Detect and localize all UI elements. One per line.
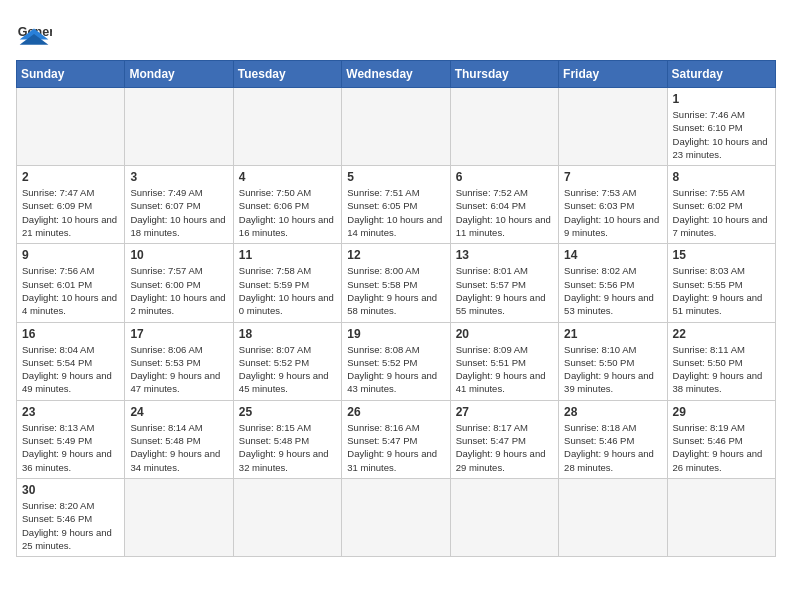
day-info: Sunrise: 8:08 AM Sunset: 5:52 PM Dayligh… xyxy=(347,343,444,396)
day-number: 21 xyxy=(564,327,661,341)
day-number: 12 xyxy=(347,248,444,262)
day-cell-23: 23Sunrise: 8:13 AM Sunset: 5:49 PM Dayli… xyxy=(17,400,125,478)
day-number: 16 xyxy=(22,327,119,341)
day-cell-19: 19Sunrise: 8:08 AM Sunset: 5:52 PM Dayli… xyxy=(342,322,450,400)
calendar-row: 1Sunrise: 7:46 AM Sunset: 6:10 PM Daylig… xyxy=(17,88,776,166)
logo-icon: General xyxy=(16,16,52,52)
empty-day xyxy=(233,88,341,166)
day-number: 1 xyxy=(673,92,770,106)
day-number: 6 xyxy=(456,170,553,184)
day-cell-12: 12Sunrise: 8:00 AM Sunset: 5:58 PM Dayli… xyxy=(342,244,450,322)
day-number: 24 xyxy=(130,405,227,419)
day-cell-2: 2Sunrise: 7:47 AM Sunset: 6:09 PM Daylig… xyxy=(17,166,125,244)
day-number: 4 xyxy=(239,170,336,184)
day-info: Sunrise: 8:03 AM Sunset: 5:55 PM Dayligh… xyxy=(673,264,770,317)
page-header: General xyxy=(16,16,776,52)
day-number: 15 xyxy=(673,248,770,262)
day-info: Sunrise: 8:20 AM Sunset: 5:46 PM Dayligh… xyxy=(22,499,119,552)
day-cell-3: 3Sunrise: 7:49 AM Sunset: 6:07 PM Daylig… xyxy=(125,166,233,244)
weekday-header-friday: Friday xyxy=(559,61,667,88)
day-info: Sunrise: 8:07 AM Sunset: 5:52 PM Dayligh… xyxy=(239,343,336,396)
day-cell-20: 20Sunrise: 8:09 AM Sunset: 5:51 PM Dayli… xyxy=(450,322,558,400)
day-cell-21: 21Sunrise: 8:10 AM Sunset: 5:50 PM Dayli… xyxy=(559,322,667,400)
empty-day xyxy=(559,478,667,556)
day-info: Sunrise: 8:13 AM Sunset: 5:49 PM Dayligh… xyxy=(22,421,119,474)
day-cell-26: 26Sunrise: 8:16 AM Sunset: 5:47 PM Dayli… xyxy=(342,400,450,478)
logo: General xyxy=(16,16,56,52)
day-number: 14 xyxy=(564,248,661,262)
day-cell-7: 7Sunrise: 7:53 AM Sunset: 6:03 PM Daylig… xyxy=(559,166,667,244)
day-info: Sunrise: 7:52 AM Sunset: 6:04 PM Dayligh… xyxy=(456,186,553,239)
day-cell-27: 27Sunrise: 8:17 AM Sunset: 5:47 PM Dayli… xyxy=(450,400,558,478)
day-info: Sunrise: 7:53 AM Sunset: 6:03 PM Dayligh… xyxy=(564,186,661,239)
empty-day xyxy=(667,478,775,556)
weekday-header-wednesday: Wednesday xyxy=(342,61,450,88)
day-info: Sunrise: 7:58 AM Sunset: 5:59 PM Dayligh… xyxy=(239,264,336,317)
day-number: 11 xyxy=(239,248,336,262)
day-number: 28 xyxy=(564,405,661,419)
weekday-header-row: SundayMondayTuesdayWednesdayThursdayFrid… xyxy=(17,61,776,88)
empty-day xyxy=(17,88,125,166)
weekday-header-saturday: Saturday xyxy=(667,61,775,88)
day-number: 29 xyxy=(673,405,770,419)
empty-day xyxy=(450,478,558,556)
day-number: 10 xyxy=(130,248,227,262)
day-number: 3 xyxy=(130,170,227,184)
day-info: Sunrise: 8:02 AM Sunset: 5:56 PM Dayligh… xyxy=(564,264,661,317)
day-number: 20 xyxy=(456,327,553,341)
calendar-row: 2Sunrise: 7:47 AM Sunset: 6:09 PM Daylig… xyxy=(17,166,776,244)
empty-day xyxy=(125,478,233,556)
day-info: Sunrise: 7:47 AM Sunset: 6:09 PM Dayligh… xyxy=(22,186,119,239)
day-cell-10: 10Sunrise: 7:57 AM Sunset: 6:00 PM Dayli… xyxy=(125,244,233,322)
weekday-header-tuesday: Tuesday xyxy=(233,61,341,88)
day-info: Sunrise: 7:56 AM Sunset: 6:01 PM Dayligh… xyxy=(22,264,119,317)
day-cell-15: 15Sunrise: 8:03 AM Sunset: 5:55 PM Dayli… xyxy=(667,244,775,322)
day-number: 30 xyxy=(22,483,119,497)
empty-day xyxy=(125,88,233,166)
day-number: 19 xyxy=(347,327,444,341)
calendar-row: 30Sunrise: 8:20 AM Sunset: 5:46 PM Dayli… xyxy=(17,478,776,556)
empty-day xyxy=(559,88,667,166)
day-cell-25: 25Sunrise: 8:15 AM Sunset: 5:48 PM Dayli… xyxy=(233,400,341,478)
day-number: 8 xyxy=(673,170,770,184)
calendar-row: 16Sunrise: 8:04 AM Sunset: 5:54 PM Dayli… xyxy=(17,322,776,400)
weekday-header-sunday: Sunday xyxy=(17,61,125,88)
calendar-row: 9Sunrise: 7:56 AM Sunset: 6:01 PM Daylig… xyxy=(17,244,776,322)
day-cell-28: 28Sunrise: 8:18 AM Sunset: 5:46 PM Dayli… xyxy=(559,400,667,478)
empty-day xyxy=(450,88,558,166)
day-info: Sunrise: 8:01 AM Sunset: 5:57 PM Dayligh… xyxy=(456,264,553,317)
day-info: Sunrise: 7:49 AM Sunset: 6:07 PM Dayligh… xyxy=(130,186,227,239)
day-number: 26 xyxy=(347,405,444,419)
weekday-header-monday: Monday xyxy=(125,61,233,88)
day-number: 23 xyxy=(22,405,119,419)
day-info: Sunrise: 7:51 AM Sunset: 6:05 PM Dayligh… xyxy=(347,186,444,239)
day-info: Sunrise: 8:15 AM Sunset: 5:48 PM Dayligh… xyxy=(239,421,336,474)
day-cell-5: 5Sunrise: 7:51 AM Sunset: 6:05 PM Daylig… xyxy=(342,166,450,244)
empty-day xyxy=(233,478,341,556)
day-number: 5 xyxy=(347,170,444,184)
day-cell-17: 17Sunrise: 8:06 AM Sunset: 5:53 PM Dayli… xyxy=(125,322,233,400)
weekday-header-thursday: Thursday xyxy=(450,61,558,88)
day-cell-4: 4Sunrise: 7:50 AM Sunset: 6:06 PM Daylig… xyxy=(233,166,341,244)
day-cell-6: 6Sunrise: 7:52 AM Sunset: 6:04 PM Daylig… xyxy=(450,166,558,244)
day-cell-8: 8Sunrise: 7:55 AM Sunset: 6:02 PM Daylig… xyxy=(667,166,775,244)
day-number: 17 xyxy=(130,327,227,341)
day-cell-22: 22Sunrise: 8:11 AM Sunset: 5:50 PM Dayli… xyxy=(667,322,775,400)
day-info: Sunrise: 7:46 AM Sunset: 6:10 PM Dayligh… xyxy=(673,108,770,161)
day-info: Sunrise: 8:11 AM Sunset: 5:50 PM Dayligh… xyxy=(673,343,770,396)
day-cell-14: 14Sunrise: 8:02 AM Sunset: 5:56 PM Dayli… xyxy=(559,244,667,322)
day-info: Sunrise: 7:55 AM Sunset: 6:02 PM Dayligh… xyxy=(673,186,770,239)
day-number: 27 xyxy=(456,405,553,419)
day-info: Sunrise: 8:16 AM Sunset: 5:47 PM Dayligh… xyxy=(347,421,444,474)
day-cell-16: 16Sunrise: 8:04 AM Sunset: 5:54 PM Dayli… xyxy=(17,322,125,400)
day-number: 25 xyxy=(239,405,336,419)
day-number: 18 xyxy=(239,327,336,341)
day-number: 2 xyxy=(22,170,119,184)
day-info: Sunrise: 8:14 AM Sunset: 5:48 PM Dayligh… xyxy=(130,421,227,474)
day-cell-9: 9Sunrise: 7:56 AM Sunset: 6:01 PM Daylig… xyxy=(17,244,125,322)
day-info: Sunrise: 8:18 AM Sunset: 5:46 PM Dayligh… xyxy=(564,421,661,474)
day-info: Sunrise: 8:17 AM Sunset: 5:47 PM Dayligh… xyxy=(456,421,553,474)
day-cell-18: 18Sunrise: 8:07 AM Sunset: 5:52 PM Dayli… xyxy=(233,322,341,400)
day-info: Sunrise: 8:04 AM Sunset: 5:54 PM Dayligh… xyxy=(22,343,119,396)
day-cell-13: 13Sunrise: 8:01 AM Sunset: 5:57 PM Dayli… xyxy=(450,244,558,322)
